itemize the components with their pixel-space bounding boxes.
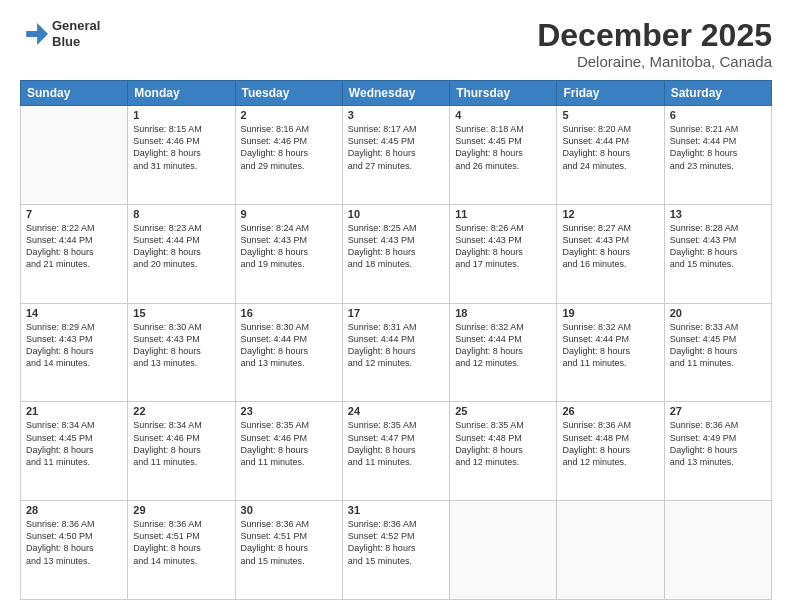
table-row: 13Sunrise: 8:28 AM Sunset: 4:43 PM Dayli…	[664, 204, 771, 303]
day-info: Sunrise: 8:26 AM Sunset: 4:43 PM Dayligh…	[455, 222, 551, 271]
day-info: Sunrise: 8:31 AM Sunset: 4:44 PM Dayligh…	[348, 321, 444, 370]
day-info: Sunrise: 8:36 AM Sunset: 4:50 PM Dayligh…	[26, 518, 122, 567]
day-number: 27	[670, 405, 766, 417]
day-number: 24	[348, 405, 444, 417]
day-info: Sunrise: 8:33 AM Sunset: 4:45 PM Dayligh…	[670, 321, 766, 370]
col-thursday: Thursday	[450, 81, 557, 106]
day-number: 4	[455, 109, 551, 121]
table-row: 14Sunrise: 8:29 AM Sunset: 4:43 PM Dayli…	[21, 303, 128, 402]
day-number: 21	[26, 405, 122, 417]
day-info: Sunrise: 8:36 AM Sunset: 4:49 PM Dayligh…	[670, 419, 766, 468]
day-info: Sunrise: 8:16 AM Sunset: 4:46 PM Dayligh…	[241, 123, 337, 172]
calendar-week-row: 14Sunrise: 8:29 AM Sunset: 4:43 PM Dayli…	[21, 303, 772, 402]
calendar-header-row: Sunday Monday Tuesday Wednesday Thursday…	[21, 81, 772, 106]
table-row: 2Sunrise: 8:16 AM Sunset: 4:46 PM Daylig…	[235, 106, 342, 205]
table-row: 5Sunrise: 8:20 AM Sunset: 4:44 PM Daylig…	[557, 106, 664, 205]
table-row: 20Sunrise: 8:33 AM Sunset: 4:45 PM Dayli…	[664, 303, 771, 402]
table-row: 8Sunrise: 8:23 AM Sunset: 4:44 PM Daylig…	[128, 204, 235, 303]
table-row	[557, 501, 664, 600]
col-wednesday: Wednesday	[342, 81, 449, 106]
table-row: 11Sunrise: 8:26 AM Sunset: 4:43 PM Dayli…	[450, 204, 557, 303]
day-info: Sunrise: 8:35 AM Sunset: 4:46 PM Dayligh…	[241, 419, 337, 468]
day-number: 28	[26, 504, 122, 516]
table-row: 26Sunrise: 8:36 AM Sunset: 4:48 PM Dayli…	[557, 402, 664, 501]
table-row: 31Sunrise: 8:36 AM Sunset: 4:52 PM Dayli…	[342, 501, 449, 600]
col-tuesday: Tuesday	[235, 81, 342, 106]
day-info: Sunrise: 8:17 AM Sunset: 4:45 PM Dayligh…	[348, 123, 444, 172]
table-row: 4Sunrise: 8:18 AM Sunset: 4:45 PM Daylig…	[450, 106, 557, 205]
day-number: 5	[562, 109, 658, 121]
calendar-week-row: 28Sunrise: 8:36 AM Sunset: 4:50 PM Dayli…	[21, 501, 772, 600]
table-row: 7Sunrise: 8:22 AM Sunset: 4:44 PM Daylig…	[21, 204, 128, 303]
table-row: 22Sunrise: 8:34 AM Sunset: 4:46 PM Dayli…	[128, 402, 235, 501]
col-sunday: Sunday	[21, 81, 128, 106]
table-row: 28Sunrise: 8:36 AM Sunset: 4:50 PM Dayli…	[21, 501, 128, 600]
day-info: Sunrise: 8:32 AM Sunset: 4:44 PM Dayligh…	[562, 321, 658, 370]
table-row: 6Sunrise: 8:21 AM Sunset: 4:44 PM Daylig…	[664, 106, 771, 205]
day-info: Sunrise: 8:29 AM Sunset: 4:43 PM Dayligh…	[26, 321, 122, 370]
day-number: 10	[348, 208, 444, 220]
day-info: Sunrise: 8:21 AM Sunset: 4:44 PM Dayligh…	[670, 123, 766, 172]
calendar-week-row: 21Sunrise: 8:34 AM Sunset: 4:45 PM Dayli…	[21, 402, 772, 501]
day-info: Sunrise: 8:24 AM Sunset: 4:43 PM Dayligh…	[241, 222, 337, 271]
day-info: Sunrise: 8:28 AM Sunset: 4:43 PM Dayligh…	[670, 222, 766, 271]
day-number: 31	[348, 504, 444, 516]
table-row: 25Sunrise: 8:35 AM Sunset: 4:48 PM Dayli…	[450, 402, 557, 501]
day-number: 26	[562, 405, 658, 417]
day-info: Sunrise: 8:36 AM Sunset: 4:51 PM Dayligh…	[241, 518, 337, 567]
title-block: December 2025 Deloraine, Manitoba, Canad…	[537, 18, 772, 70]
table-row	[450, 501, 557, 600]
table-row: 21Sunrise: 8:34 AM Sunset: 4:45 PM Dayli…	[21, 402, 128, 501]
day-number: 19	[562, 307, 658, 319]
day-number: 3	[348, 109, 444, 121]
logo-icon	[20, 20, 48, 48]
day-number: 22	[133, 405, 229, 417]
day-number: 23	[241, 405, 337, 417]
day-number: 18	[455, 307, 551, 319]
day-info: Sunrise: 8:30 AM Sunset: 4:43 PM Dayligh…	[133, 321, 229, 370]
table-row: 24Sunrise: 8:35 AM Sunset: 4:47 PM Dayli…	[342, 402, 449, 501]
day-number: 30	[241, 504, 337, 516]
table-row: 17Sunrise: 8:31 AM Sunset: 4:44 PM Dayli…	[342, 303, 449, 402]
col-monday: Monday	[128, 81, 235, 106]
table-row: 10Sunrise: 8:25 AM Sunset: 4:43 PM Dayli…	[342, 204, 449, 303]
calendar-table: Sunday Monday Tuesday Wednesday Thursday…	[20, 80, 772, 600]
day-info: Sunrise: 8:30 AM Sunset: 4:44 PM Dayligh…	[241, 321, 337, 370]
day-info: Sunrise: 8:34 AM Sunset: 4:45 PM Dayligh…	[26, 419, 122, 468]
col-saturday: Saturday	[664, 81, 771, 106]
day-number: 17	[348, 307, 444, 319]
day-info: Sunrise: 8:35 AM Sunset: 4:48 PM Dayligh…	[455, 419, 551, 468]
day-number: 8	[133, 208, 229, 220]
day-number: 11	[455, 208, 551, 220]
calendar-week-row: 7Sunrise: 8:22 AM Sunset: 4:44 PM Daylig…	[21, 204, 772, 303]
day-number: 25	[455, 405, 551, 417]
day-info: Sunrise: 8:25 AM Sunset: 4:43 PM Dayligh…	[348, 222, 444, 271]
calendar-week-row: 1Sunrise: 8:15 AM Sunset: 4:46 PM Daylig…	[21, 106, 772, 205]
day-info: Sunrise: 8:36 AM Sunset: 4:48 PM Dayligh…	[562, 419, 658, 468]
table-row: 27Sunrise: 8:36 AM Sunset: 4:49 PM Dayli…	[664, 402, 771, 501]
table-row: 29Sunrise: 8:36 AM Sunset: 4:51 PM Dayli…	[128, 501, 235, 600]
day-info: Sunrise: 8:34 AM Sunset: 4:46 PM Dayligh…	[133, 419, 229, 468]
day-number: 7	[26, 208, 122, 220]
day-number: 6	[670, 109, 766, 121]
page: General Blue December 2025 Deloraine, Ma…	[0, 0, 792, 612]
day-info: Sunrise: 8:15 AM Sunset: 4:46 PM Dayligh…	[133, 123, 229, 172]
day-number: 9	[241, 208, 337, 220]
day-number: 2	[241, 109, 337, 121]
table-row: 1Sunrise: 8:15 AM Sunset: 4:46 PM Daylig…	[128, 106, 235, 205]
day-info: Sunrise: 8:36 AM Sunset: 4:52 PM Dayligh…	[348, 518, 444, 567]
day-info: Sunrise: 8:27 AM Sunset: 4:43 PM Dayligh…	[562, 222, 658, 271]
day-number: 29	[133, 504, 229, 516]
day-info: Sunrise: 8:22 AM Sunset: 4:44 PM Dayligh…	[26, 222, 122, 271]
logo-text: General Blue	[52, 18, 100, 49]
table-row: 18Sunrise: 8:32 AM Sunset: 4:44 PM Dayli…	[450, 303, 557, 402]
day-number: 16	[241, 307, 337, 319]
col-friday: Friday	[557, 81, 664, 106]
table-row	[21, 106, 128, 205]
table-row: 16Sunrise: 8:30 AM Sunset: 4:44 PM Dayli…	[235, 303, 342, 402]
table-row: 15Sunrise: 8:30 AM Sunset: 4:43 PM Dayli…	[128, 303, 235, 402]
day-number: 20	[670, 307, 766, 319]
day-info: Sunrise: 8:36 AM Sunset: 4:51 PM Dayligh…	[133, 518, 229, 567]
day-number: 13	[670, 208, 766, 220]
table-row: 3Sunrise: 8:17 AM Sunset: 4:45 PM Daylig…	[342, 106, 449, 205]
